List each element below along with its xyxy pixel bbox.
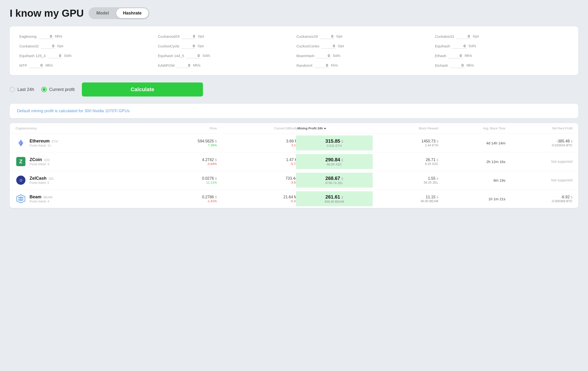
- pools-text: Pools listed: 11: [30, 144, 58, 147]
- hashrate-unit: Gps: [336, 34, 342, 38]
- difficulty-value: 1.47 K: [217, 158, 297, 162]
- table-header-row: Cryptocurrency Price Current Difficulty …: [10, 123, 578, 134]
- pools-text: Pools listed: 4: [30, 200, 52, 203]
- th-price: Price: [150, 127, 217, 130]
- hashrate-item: Equihash 144_5 Sol/s: [158, 53, 292, 58]
- hashrate-input[interactable]: [450, 63, 464, 68]
- th-cryptocurrency: Cryptocurrency: [15, 127, 150, 130]
- th-nh-rent-profit: NH Rent Profit: [505, 127, 573, 130]
- hashrate-unit: Mh/s: [193, 63, 200, 67]
- crypto-cell: ⬡ ZelCash ZEL Pools listed: 5: [15, 175, 150, 185]
- controls-row: Last 24h Current profit Calculate: [10, 82, 578, 97]
- mode-toggle-group: Model Hashrate: [89, 7, 149, 19]
- block-reward-cell: 11.15 $ 40.00 BEAM: [371, 195, 438, 203]
- hashrate-unit: Sol/s: [202, 54, 210, 58]
- current-profit-radio-label[interactable]: Current profit: [42, 87, 74, 92]
- calculate-button[interactable]: Calculate: [82, 82, 203, 97]
- th-block-reward: Block Reward: [371, 127, 438, 130]
- price-change: 7.39%: [150, 143, 217, 147]
- hashrate-label: Etchash: [435, 63, 448, 68]
- hashrate-input[interactable]: [39, 34, 53, 39]
- crypto-cell: Ethereum ETH Pools listed: 11: [15, 138, 150, 148]
- profit-value: 268.67 $: [299, 176, 369, 181]
- hashrate-unit: Gps: [338, 44, 344, 48]
- hashrate-item: Ethash Mh/s: [435, 53, 569, 58]
- hashrate-input[interactable]: [177, 63, 191, 68]
- zelcash-icon: ⬡: [15, 175, 26, 185]
- block-reward-cell: 1.55 $ 56.25 ZEL: [371, 176, 438, 184]
- th-mining-profit[interactable]: Mining Profit 24h: [297, 127, 371, 130]
- pools-text: Pools listed: 3: [30, 162, 50, 166]
- hashrate-input[interactable]: [186, 53, 200, 58]
- crypto-symbol: BEAM: [43, 195, 52, 199]
- hashrate-input[interactable]: [47, 53, 62, 58]
- hashrate-input[interactable]: [181, 43, 196, 49]
- crypto-info: ZelCash ZEL Pools listed: 5: [30, 176, 54, 185]
- hashrate-label: CuckooCortex: [296, 44, 319, 48]
- eth-icon: [15, 138, 26, 148]
- svg-marker-2: [18, 140, 21, 144]
- page-header: I know my GPU Model Hashrate: [10, 7, 578, 19]
- crypto-info: Ethereum ETH Pools listed: 11: [30, 139, 58, 147]
- table-row: Ethereum ETH Pools listed: 11 594.5625 $…: [10, 134, 578, 152]
- current-profit-label: Current profit: [49, 87, 74, 92]
- profit-value: 261.61 $: [299, 194, 369, 200]
- hashrate-input[interactable]: [448, 53, 463, 58]
- hashrate-input[interactable]: [29, 63, 44, 68]
- hashrate-label: Equihash 144_5: [158, 54, 184, 58]
- profit-cell: 315.85 $ 0.531 ETH: [296, 135, 373, 150]
- block-reward-value: 11.15 $: [371, 195, 438, 199]
- crypto-info: ZCoin XZC Pools listed: 3: [30, 157, 50, 166]
- price-cell: 4.2742 $ -4.64%: [150, 158, 217, 166]
- pools-text: Pools listed: 5: [30, 181, 54, 185]
- price-value: 4.2742 $: [150, 158, 217, 162]
- price-value: 0.0276 $: [150, 176, 217, 181]
- crypto-name-row: ZelCash ZEL: [30, 176, 54, 181]
- block-reward-sub: 6.25 XZC: [371, 162, 438, 166]
- hashrate-label: Ethash: [435, 54, 446, 58]
- th-current-difficulty: Current Difficulty: [217, 127, 297, 130]
- model-toggle-btn[interactable]: Model: [90, 8, 116, 18]
- crypto-name-row: Ethereum ETH: [30, 139, 58, 144]
- price-change: -4.64%: [150, 162, 217, 166]
- crypto-name: Ethereum: [30, 139, 50, 143]
- hashrate-toggle-btn[interactable]: Hashrate: [116, 8, 148, 18]
- table-row: ⬡ ZelCash ZEL Pools listed: 5 0.0276 $ 1…: [10, 171, 578, 190]
- difficulty-change: -5.32: [217, 199, 297, 203]
- hashrate-grid: Eaglesong Mh/s Cuckarood29 Gps Cuckarooz…: [19, 34, 569, 68]
- block-reward-cell: 26.71 $ 6.25 XZC: [371, 158, 438, 166]
- profit-cell: 290.84 $ 68.05 XZC: [296, 154, 373, 169]
- block-time-cell: 2h 12m 16s: [438, 160, 505, 164]
- hashrate-unit: Gps: [198, 34, 204, 38]
- hashrate-label: RandomX: [296, 63, 313, 68]
- hashrate-label: Cuckarood29: [158, 34, 179, 39]
- block-reward-value: 1.55 $: [371, 176, 438, 181]
- hashrate-input[interactable]: [41, 43, 55, 49]
- hashrate-input[interactable]: [321, 43, 336, 49]
- hashrate-unit: Kh/s: [331, 63, 338, 67]
- hashrate-unit: Sol/s: [469, 44, 476, 48]
- nh-cell: -385.48 $ -0.020544 BTC: [505, 139, 573, 147]
- crypto-info: Beam BEAM Pools listed: 4: [30, 194, 52, 203]
- hashrate-item: Cuckatoo31 Gps: [435, 34, 569, 39]
- profit-value: 290.84 $: [299, 157, 369, 162]
- hashrate-input[interactable]: [456, 34, 471, 39]
- block-time-cell: 1h 1m 21s: [438, 197, 505, 201]
- hashrate-label: Cuckatoo31: [435, 34, 454, 39]
- hashrate-unit: Mh/s: [45, 63, 53, 67]
- price-cell: 0.0276 $ 11.11%: [150, 176, 217, 184]
- crypto-name: ZelCash: [30, 176, 46, 181]
- last24h-radio-label[interactable]: Last 24h: [10, 87, 34, 92]
- page-title: I know my GPU: [10, 8, 84, 19]
- hashrate-input[interactable]: [316, 53, 331, 58]
- hashrate-input[interactable]: [315, 63, 329, 68]
- beam-icon: [15, 193, 26, 204]
- difficulty-cell: 1.47 K -5.74: [217, 158, 297, 166]
- hashrate-unit: Mh/s: [466, 63, 474, 67]
- hashrate-label: MTP: [19, 63, 27, 68]
- hashrate-input[interactable]: [320, 34, 334, 39]
- hashrate-input[interactable]: [181, 34, 196, 39]
- hashrate-input[interactable]: [452, 43, 467, 49]
- table-row: Beam BEAM Pools listed: 4 0.2786 $ -1.41…: [10, 190, 578, 208]
- hashrate-item: CuckooCortex Gps: [296, 43, 430, 49]
